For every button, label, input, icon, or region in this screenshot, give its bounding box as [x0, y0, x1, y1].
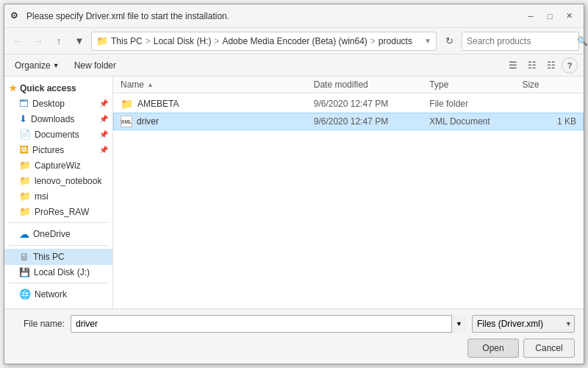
quick-access-header[interactable]: ★ Quick access	[4, 81, 112, 96]
sidebar-item-prores-label: ProRes_RAW	[35, 207, 89, 217]
table-row[interactable]: XML driver 9/6/2020 12:47 PM XML Documen…	[113, 113, 584, 130]
bottom-bar: File name: ▼ Files (Driver.xml) ▼ Open C…	[4, 308, 584, 364]
search-box[interactable]: 🔍	[462, 32, 579, 51]
minimize-button[interactable]: ─	[522, 9, 539, 24]
sidebar-item-onedrive-label: OneDrive	[33, 229, 71, 239]
view-controls: ☰ ☷ ☷ ?	[504, 57, 578, 74]
sidebar-item-capturewiz-label: CaptureWiz	[35, 160, 81, 171]
filename-dropdown-button[interactable]: ▼	[451, 315, 466, 333]
sidebar-item-onedrive[interactable]: ☁ OneDrive	[4, 226, 112, 242]
breadcrumb-part-4[interactable]: products	[379, 36, 412, 46]
sidebar-item-pictures-label: Pictures	[32, 145, 64, 155]
breadcrumb-part-3[interactable]: Adobe Media Encoder (Beta) (win64)	[222, 36, 367, 46]
capturewiz-folder-icon: 📁	[19, 160, 31, 171]
file-list-header: Name ▲ Date modified Type Size	[113, 77, 584, 93]
breadcrumb-bar[interactable]: 📁 This PC > Local Disk (H:) > Adobe Medi…	[91, 32, 437, 51]
msi-folder-icon: 📁	[19, 191, 31, 202]
col-header-date[interactable]: Date modified	[314, 79, 430, 90]
breadcrumb-sep-3: >	[370, 36, 376, 46]
help-button[interactable]: ?	[562, 57, 578, 74]
breadcrumb-sep-2: >	[214, 36, 219, 46]
quick-access-icon: ★	[9, 83, 17, 93]
sidebar-item-lenovo[interactable]: 📁 lenovo_notebook	[4, 173, 112, 188]
sidebar-item-thispc[interactable]: 🖥 This PC	[4, 249, 112, 265]
breadcrumb-part-2[interactable]: Local Disk (H:)	[154, 36, 212, 46]
dialog-icon: ⚙	[10, 10, 22, 22]
main-content: ★ Quick access 🗔 Desktop 📌 ⬇ Downloads 📌…	[4, 77, 584, 308]
new-folder-label: New folder	[74, 60, 116, 71]
filename-input-wrapper: ▼	[71, 315, 466, 333]
col-type-label: Type	[429, 79, 448, 90]
recent-locations-button[interactable]: ▼	[71, 32, 88, 50]
driver-date: 9/6/2020 12:47 PM	[314, 116, 430, 127]
table-row[interactable]: 📁 AMEBETA 9/6/2020 12:47 PM File folder	[113, 95, 584, 113]
dialog-title: Please specify Driver.xml file to start …	[26, 11, 522, 21]
col-size-label: Size	[522, 79, 539, 90]
breadcrumb-sep-1: >	[146, 36, 151, 46]
driver-name: driver	[137, 116, 159, 127]
lenovo-folder-icon: 📁	[19, 175, 31, 186]
sidebar-item-documents-label: Documents	[35, 130, 79, 140]
sidebar-divider-2	[9, 245, 108, 246]
sidebar-item-downloads[interactable]: ⬇ Downloads 📌	[4, 111, 112, 127]
sidebar-item-capturewiz[interactable]: 📁 CaptureWiz	[4, 158, 112, 173]
documents-folder-icon: 📄	[19, 129, 31, 140]
desktop-pin-icon: 📌	[99, 99, 108, 107]
sidebar-item-localdisk-label: Local Disk (J:)	[34, 267, 90, 277]
search-icon: 🔍	[577, 36, 588, 46]
col-date-label: Date modified	[314, 79, 368, 90]
address-bar: ← → ↑ ▼ 📁 This PC > Local Disk (H:) > Ad…	[4, 28, 584, 54]
pictures-pin-icon: 📌	[99, 146, 108, 154]
sidebar-item-network[interactable]: 🌐 Network	[4, 286, 112, 302]
filename-row: File name: ▼ Files (Driver.xml) ▼	[13, 315, 575, 333]
close-button[interactable]: ✕	[560, 9, 578, 24]
col-header-type[interactable]: Type	[429, 79, 522, 90]
driver-xml-icon: XML	[121, 116, 132, 127]
thispc-icon: 🖥	[19, 251, 29, 263]
new-folder-button[interactable]: New folder	[70, 59, 121, 72]
file-name-cell-amebeta: 📁 AMEBETA	[121, 98, 314, 110]
filename-label: File name:	[13, 319, 65, 329]
amebeta-folder-icon: 📁	[121, 98, 133, 110]
action-row: Open Cancel	[13, 339, 575, 358]
search-input[interactable]	[467, 36, 577, 46]
driver-type: XML Document	[429, 116, 522, 127]
amebeta-date: 9/6/2020 12:47 PM	[314, 99, 430, 109]
organize-chevron-icon: ▼	[53, 62, 60, 69]
filetype-select[interactable]: Files (Driver.xml)	[472, 315, 575, 333]
sidebar-item-msi[interactable]: 📁 msi	[4, 188, 112, 204]
col-header-name[interactable]: Name ▲	[121, 79, 314, 90]
sidebar: ★ Quick access 🗔 Desktop 📌 ⬇ Downloads 📌…	[4, 77, 113, 308]
sidebar-item-documents[interactable]: 📄 Documents 📌	[4, 127, 112, 142]
breadcrumb-folder-icon: 📁	[96, 35, 108, 46]
filename-input[interactable]	[71, 315, 466, 333]
documents-pin-icon: 📌	[99, 130, 108, 138]
breadcrumb-part-1[interactable]: This PC	[111, 36, 143, 46]
sidebar-item-lenovo-label: lenovo_notebook	[35, 176, 101, 186]
sidebar-item-desktop[interactable]: 🗔 Desktop 📌	[4, 96, 112, 111]
file-rows: 📁 AMEBETA 9/6/2020 12:47 PM File folder …	[113, 93, 584, 308]
onedrive-icon: ☁	[19, 228, 29, 240]
open-button[interactable]: Open	[467, 339, 519, 358]
sidebar-item-pictures[interactable]: 🖼 Pictures 📌	[4, 142, 112, 158]
cancel-button[interactable]: Cancel	[523, 339, 575, 358]
refresh-button[interactable]: ↻	[440, 32, 459, 51]
breadcrumb-path: This PC > Local Disk (H:) > Adobe Media …	[111, 36, 421, 46]
pictures-folder-icon: 🖼	[19, 144, 29, 155]
sidebar-item-thispc-label: This PC	[33, 252, 65, 262]
amebeta-name: AMEBETA	[137, 99, 179, 109]
organize-button[interactable]: Organize ▼	[10, 59, 64, 72]
sidebar-item-prores[interactable]: 📁 ProRes_RAW	[4, 204, 112, 219]
back-button[interactable]: ←	[9, 32, 26, 50]
up-button[interactable]: ↑	[50, 32, 68, 50]
sidebar-item-localdisk[interactable]: 💾 Local Disk (J:)	[4, 265, 112, 280]
forward-button[interactable]: →	[29, 32, 47, 50]
view-list-button[interactable]: ☰	[504, 57, 522, 74]
view-grid-button[interactable]: ☷	[542, 57, 560, 74]
quick-access-label: Quick access	[20, 83, 76, 93]
col-header-size[interactable]: Size	[522, 79, 576, 90]
toolbar: Organize ▼ New folder ☰ ☷ ☷ ?	[4, 54, 584, 77]
downloads-pin-icon: 📌	[99, 115, 108, 123]
maximize-button[interactable]: □	[541, 9, 559, 24]
view-details-button[interactable]: ☷	[523, 57, 541, 74]
